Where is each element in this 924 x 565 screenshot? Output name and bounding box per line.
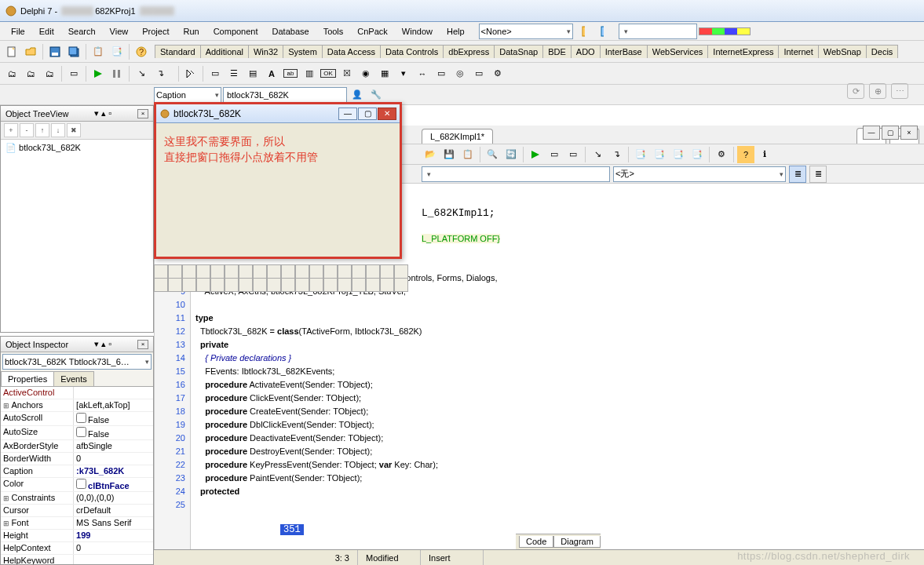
menu-search[interactable]: Search [62,24,102,38]
arrow-icon[interactable] [182,65,199,82]
close-icon[interactable]: × [137,340,148,349]
maximize-icon[interactable]: ▢ [882,126,899,140]
editor-btn[interactable]: 📑 [632,146,649,163]
tab-system[interactable]: System [283,45,323,58]
view-btn[interactable]: ≣ [789,166,806,183]
toolbar-btn[interactable] [593,23,611,40]
menu-cnpack[interactable]: CnPack [351,24,394,38]
toolbar-btn[interactable]: 🗂 [22,65,39,82]
tab-standard[interactable]: Standard [155,45,201,58]
help-icon[interactable]: ? [737,146,754,163]
comp-combobox-icon[interactable]: ▾ [395,65,412,82]
comp-label-icon[interactable]: A [263,65,280,82]
comp-scrollbar-icon[interactable]: ↔ [414,65,431,82]
toolbar-btn[interactable]: ▭ [65,65,82,82]
menu-window[interactable]: Window [396,24,439,38]
run-icon[interactable] [527,146,544,163]
property-grid[interactable]: ActiveControlAnchors[akLeft,akTop] AutoS… [1,387,153,564]
menu-database[interactable]: Database [266,24,316,38]
editor-btn[interactable]: 📋 [459,146,477,163]
minimize-icon[interactable]: — [338,108,357,120]
comp-groupbox-icon[interactable]: ▭ [433,65,450,82]
toolbar-btn[interactable] [575,23,592,40]
run-icon[interactable] [89,65,107,82]
editor-btn[interactable]: ⚙ [713,146,730,163]
save-icon[interactable] [46,43,64,60]
editor-btn[interactable]: ▭ [546,146,563,163]
tree-btn[interactable]: ↑ [35,123,49,137]
tree-item[interactable]: btlock73L_682K [5,143,148,153]
view-btn[interactable]: ≣ [809,166,827,183]
comp-frame-icon[interactable]: ▭ [206,65,224,82]
comp-checkbox-icon[interactable]: ☒ [338,65,356,82]
tab-events[interactable]: Events [53,371,94,386]
tree-btn[interactable]: - [20,123,34,137]
tab-datacontrols[interactable]: Data Controls [380,45,444,58]
menu-help[interactable]: Help [440,24,471,38]
menu-edit[interactable]: Edit [33,24,60,38]
tab-decis[interactable]: Decis [866,45,899,58]
form-surface[interactable]: 这里我不需要界面，所以 直接把窗口拖得小点放着不用管 [156,123,400,257]
menu-run[interactable]: Run [177,24,205,38]
form-designer[interactable]: btlock73L_682K — ▢ ✕ 这里我不需要界面，所以 直接把窗口拖得… [154,102,402,259]
tab-interbase[interactable]: InterBase [600,45,648,58]
doc-tab[interactable]: L_682KImpl1* [422,129,493,144]
editor-combo-1[interactable] [422,166,610,182]
minimize-icon[interactable]: — [863,126,880,140]
color-palette-icon[interactable] [699,27,751,35]
menu-file[interactable]: File [5,24,31,38]
trace-icon[interactable]: ↘ [133,65,150,82]
editor-btn[interactable]: 📑 [688,146,706,163]
tab-websnap[interactable]: WebSnap [818,45,867,58]
comp-radiogroup-icon[interactable]: ◎ [451,65,469,82]
editor-btn[interactable]: 💾 [440,146,458,163]
tab-internetexpress[interactable]: InternetExpress [707,45,779,58]
tree-btn[interactable]: ↓ [51,123,65,137]
comp-radiobutton-icon[interactable]: ◉ [357,65,374,82]
toolbar-btn[interactable]: 👤 [349,86,366,104]
maximize-icon[interactable]: ▢ [358,108,377,120]
comp-button-icon[interactable]: OK [320,65,337,82]
code-editor[interactable]: 8910111213141516171819202122232425 Windo… [155,270,924,552]
menu-component[interactable]: Component [207,24,265,38]
comp-actionlist-icon[interactable]: ⚙ [489,65,506,82]
tab-datasnap[interactable]: DataSnap [494,45,543,58]
tab-properties[interactable]: Properties [1,371,54,386]
comp-memo-icon[interactable]: ▥ [301,65,318,82]
property-selector[interactable]: Caption [154,87,221,103]
comp-mainmenu-icon[interactable]: ☰ [225,65,243,82]
editor-btn[interactable]: 📑 [670,146,687,163]
tab-internet[interactable]: Internet [778,45,818,58]
top-combo-2[interactable] [619,24,697,39]
open-icon[interactable] [22,43,39,60]
tab-dbexpress[interactable]: dbExpress [443,45,495,58]
tab-diagram[interactable]: Diagram [553,536,601,548]
tab-additional[interactable]: Additional [200,45,249,58]
toolbar-btn[interactable]: 🗂 [41,65,58,82]
pause-icon[interactable] [108,65,126,82]
tab-webservices[interactable]: WebServices [647,45,709,58]
close-icon[interactable]: × [137,109,148,118]
editor-btn[interactable]: 📂 [422,146,439,163]
step-icon[interactable]: ↴ [152,65,169,82]
code-body[interactable]: Windows, Messages, SysUtils, Classes, Gr… [191,270,924,552]
editor-btn[interactable]: ↴ [608,146,625,163]
editor-btn[interactable]: ↘ [589,146,606,163]
toolbar-btn[interactable]: 📑 [108,43,126,60]
editor-btn[interactable]: 🔍 [484,146,501,163]
saveall-icon[interactable] [65,43,82,60]
editor-btn[interactable]: ℹ [756,146,773,163]
comp-edit-icon[interactable]: ab [282,65,299,82]
new-icon[interactable] [3,43,20,60]
comp-popupmenu-icon[interactable]: ▤ [244,65,261,82]
comp-listbox-icon[interactable]: ▦ [376,65,393,82]
float-btn[interactable]: ⟳ [847,83,864,99]
close-icon[interactable]: × [900,126,918,140]
editor-btn[interactable]: ▭ [564,146,582,163]
tab-ado[interactable]: ADO [571,45,601,58]
tab-code[interactable]: Code [519,536,553,548]
toolbar-btn[interactable]: 📋 [89,43,107,60]
tab-dataaccess[interactable]: Data Access [322,45,381,58]
toolbar-btn[interactable]: 🔧 [367,86,385,104]
comp-panel-icon[interactable]: ▭ [470,65,488,82]
